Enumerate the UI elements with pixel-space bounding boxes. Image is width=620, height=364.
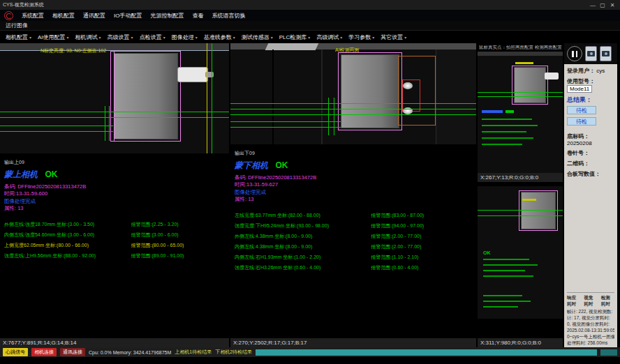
lower-camera-view: AI检测画面 输出下09 蒙下相机 OK 条码: DFFline20250208…: [230, 43, 478, 347]
thumbnail-spacer: [478, 319, 563, 338]
panel-button-bar: [564, 43, 617, 64]
green-measure-line: [0, 112, 229, 112]
green-microtext-line: [483, 264, 538, 266]
right-panel: 登录用户： cys 使用型号： Mode11 总结果： 待检 待检 底标码： 2…: [564, 43, 617, 347]
window-title: CYS-视觉检测系统: [3, 1, 44, 8]
menu-comm-config[interactable]: 通讯配置: [83, 12, 105, 20]
green-measure-line: [0, 126, 113, 126]
stats-tab-response[interactable]: 响应耗时: [567, 294, 580, 307]
structure-line: [272, 50, 274, 144]
alarm-range-text: 报警范围:(80.00 - 65.00): [131, 240, 225, 250]
board-write-field: 合板写数值：: [567, 170, 614, 178]
menu-camera-config[interactable]: 相机配置: [52, 12, 75, 20]
qr-code-field: 二维码：: [567, 160, 614, 167]
measurement-text: 内侧左线:强度54.60mm 坐标:(3.00 - 6.00): [4, 229, 131, 240]
tool-image-process[interactable]: 图像处理: [172, 33, 198, 41]
green-microtext-line: [482, 137, 533, 139]
upper-camera-info: 输出上09 蒙上相机 OK 条码: DFFline202502081331347…: [0, 153, 229, 338]
green-measure-line: [230, 109, 476, 109]
alarm-range-text: 报警范围:(2.25 - 3.20): [131, 219, 225, 229]
result-box-upper: 待检: [567, 106, 596, 114]
tool-advanced-settings[interactable]: 高级设置: [108, 33, 133, 41]
blue-title-microtext: [482, 110, 503, 113]
measurement-text: 内侧左线:4.38mm 坐标:(8.00 - 9.00): [235, 241, 371, 252]
measurement-text: 外侧左线:4.38mm 坐标:(8.00 - 9.00): [235, 231, 371, 241]
measurement-row: 强度宽度:下H95.24mm 坐标:(93.00 - 98.00) 报警范围:(…: [235, 220, 472, 231]
green-measure-vline: [109, 106, 110, 141]
thumbnail-view-1[interactable]: [478, 52, 563, 173]
white-connector: [545, 73, 559, 79]
tool-plc-library[interactable]: PLC检测库: [279, 33, 311, 41]
dark-structure: [436, 50, 476, 144]
close-button[interactable]: ✕: [607, 2, 617, 8]
qr-code-label: 二维码：: [567, 160, 589, 167]
camera-result-line: 蒙上相机 OK: [4, 167, 225, 181]
tool-learn-params[interactable]: 学习参数: [348, 33, 374, 41]
green-microtext-line: [482, 131, 526, 132]
bottom-code-value: 20250208: [567, 140, 592, 146]
ok-microtext: [505, 110, 514, 113]
menu-bar: 系统配置 相机配置 通讯配置 IO手动配置 光源控制配置 查看 系统语言切换: [0, 10, 620, 21]
stats-tab-detect[interactable]: 检测耗时: [601, 294, 614, 307]
coord-text: X:7677;Y:891;R:14;G:14;B:14: [3, 340, 76, 346]
measurement-rows: 左线宽度:63.77mm 坐标:(82.00 - 88.00) 报警范围:(83…: [235, 210, 472, 273]
upper-camera-image[interactable]: N标定高度: 93. N0:左侧值:102: [0, 43, 229, 153]
green-measure-line: [0, 131, 113, 132]
cpu-memory-text: Cpu: 0.0% Memory: 3424.41796875M: [89, 350, 171, 355]
stats-line: 0, 视觉图像分发耗时:: [567, 321, 614, 327]
barcode-text: 条码: DFFline2025020813313472B: [4, 183, 225, 190]
lower-camera-image[interactable]: AI检测画面: [230, 43, 476, 144]
tool-ai-use-config[interactable]: AI使用配置: [38, 33, 69, 41]
menu-view[interactable]: 查看: [192, 12, 203, 20]
measurement-text: 强度左线:右H3.26mm 坐标:(0.60 - 4.00): [235, 262, 371, 273]
snapshot-camera-button[interactable]: [600, 46, 612, 61]
stats-tab-vision[interactable]: 视觉耗时: [584, 294, 597, 307]
camera-connect-badge: 相机连接: [31, 348, 57, 356]
tab-run-image[interactable]: 运行图像: [6, 22, 28, 29]
stats-panel: 响应耗时 视觉耗时 检测耗时 帧计: 222, 视觉检测数: 计: 17, 视觉…: [567, 292, 614, 346]
green-microtext-line: [483, 295, 522, 296]
panel-body: 登录用户： cys 使用型号： Mode11 总结果： 待检 待检 底标码： 2…: [564, 64, 617, 347]
menu-io-manual-config[interactable]: IO手动配置: [114, 12, 142, 20]
green-measure-line: [230, 114, 476, 115]
green-measure-line: [0, 117, 229, 118]
tool-camera-debug[interactable]: 相机调试: [75, 33, 101, 41]
model-label: 使用型号：: [567, 78, 595, 84]
minimize-button[interactable]: —: [588, 2, 598, 8]
capture-camera-button[interactable]: [585, 46, 597, 61]
camera-title: 蒙上相机: [4, 169, 38, 179]
pink-roi-rect: [512, 66, 548, 105]
attribute-text: 属性: 13: [4, 205, 225, 212]
tool-test-sensor[interactable]: 测试传感器: [242, 33, 273, 41]
tab-row: 运行图像: [0, 21, 620, 31]
menu-system-config[interactable]: 系统配置: [22, 12, 44, 20]
tool-advanced-debug[interactable]: 高级调试: [316, 33, 342, 41]
menu-language-switch[interactable]: 系统语言切换: [212, 12, 245, 20]
maximize-button[interactable]: ▢: [598, 2, 607, 8]
yellow-ref-vline: [207, 43, 207, 153]
pause-button[interactable]: [567, 46, 582, 61]
shiny-part: [403, 82, 413, 89]
time-text: 时间:13-31-59-627: [235, 181, 472, 188]
coord-text: X:270;Y:2502;R:17;G:17;B:17: [233, 340, 307, 346]
progress-strip: [256, 349, 597, 356]
measurement-row: 上侧宽度62.05mm 坐标:(80.00 - 66.00) 报警范围:(80.…: [4, 240, 225, 250]
login-user-field: 登录用户： cys: [567, 67, 614, 75]
tool-baseline-params[interactable]: 基准线参数: [204, 33, 235, 41]
coord-text: X:311;Y:980;R:0;G:0;B:0: [480, 340, 541, 346]
lower-camera-info: 输出下09 蒙下相机 OK 条码: DFFline202502081331347…: [230, 144, 476, 338]
alarm-range-text: 报警范围:(1.10 - 2.10): [371, 252, 472, 262]
thumbnail-2-coord-bar: X:311;Y:980;R:0;G:0;B:0: [478, 338, 563, 347]
thumbnail-view-2[interactable]: OK: [478, 186, 563, 319]
measurement-row: 强度左线:上H9.56mm 坐标:(88.00 - 92.00) 报警范围:(8…: [4, 250, 225, 261]
app-logo-icon: [4, 11, 13, 20]
green-measure-vline: [328, 98, 329, 135]
model-value-box[interactable]: Mode11: [567, 85, 592, 93]
tool-spotcheck-settings[interactable]: 点检设置: [140, 33, 165, 41]
yellow-overlay-microtext: [522, 199, 536, 201]
thumbnail-ok-text: OK: [483, 250, 491, 255]
menu-light-control-config[interactable]: 光源控制配置: [150, 12, 184, 20]
tool-other-settings[interactable]: 其它设置: [381, 33, 406, 41]
tool-camera-config[interactable]: 相机配置: [6, 33, 31, 41]
alarm-range-text: 报警范围:(3.00 - 6.00): [131, 229, 225, 240]
